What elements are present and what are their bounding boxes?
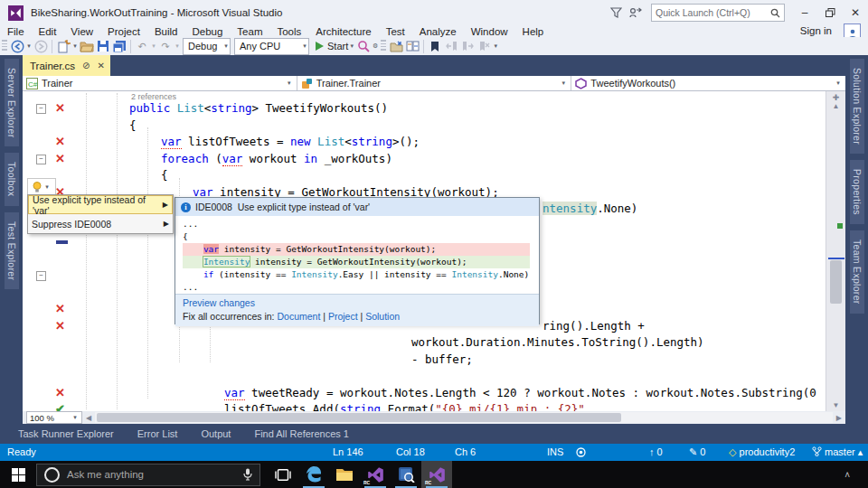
taskbar-helpviewer-button[interactable] xyxy=(391,461,421,488)
taskbar-explorer-button[interactable] xyxy=(329,461,360,488)
menu-test[interactable]: Test xyxy=(379,26,412,37)
navigate-back-icon[interactable] xyxy=(9,39,25,54)
toggle-bookmark-icon[interactable] xyxy=(427,39,443,54)
taskbar-vs-active-button[interactable]: RC xyxy=(421,461,452,488)
scroll-up-icon[interactable]: ▲ xyxy=(826,102,845,110)
quick-launch-input[interactable]: Quick Launch (Ctrl+Q) xyxy=(651,4,785,22)
quickfix-item[interactable]: Use explicit type instead of 'var'▶ xyxy=(28,195,173,214)
scrollbar-splitter-icon[interactable]: ✚ xyxy=(826,93,845,102)
toolbar-grip-2[interactable] xyxy=(381,40,386,52)
toolbar-grip[interactable] xyxy=(2,40,7,52)
undo-dropdown-icon[interactable]: ▾ xyxy=(150,42,157,50)
save-all-icon[interactable] xyxy=(111,39,127,54)
menu-analyze[interactable]: Analyze xyxy=(412,26,464,37)
taskbar-edge-button[interactable] xyxy=(298,461,329,488)
close-button[interactable]: ✕ xyxy=(843,3,868,23)
side-tab-test-explorer[interactable]: Test Explorer xyxy=(5,212,19,289)
new-project-dropdown-icon[interactable]: ▾ xyxy=(71,42,79,50)
side-tab-team-explorer[interactable]: Team Explorer xyxy=(850,230,864,314)
new-project-icon[interactable] xyxy=(55,39,71,54)
outline-collapse-icon[interactable]: − xyxy=(36,155,46,164)
info-icon: i xyxy=(181,202,191,212)
side-tab-properties[interactable]: Properties xyxy=(850,160,864,224)
solution-platform-select[interactable]: Any CPU▾ xyxy=(234,38,309,55)
close-tab-icon[interactable]: ✕ xyxy=(97,61,104,70)
pin-tab-icon[interactable]: ⊘ xyxy=(82,61,90,70)
solution-config-select[interactable]: Debug▾ xyxy=(183,38,231,55)
save-icon[interactable] xyxy=(95,39,111,54)
panel-tab-error-list[interactable]: Error List xyxy=(137,428,178,439)
zoom-select[interactable]: 100 %▾ xyxy=(26,411,82,424)
clear-bookmarks-icon[interactable] xyxy=(476,39,492,54)
menu-architecture[interactable]: Architecture xyxy=(308,26,378,37)
find-in-files-icon[interactable] xyxy=(355,39,372,54)
outline-collapse-icon[interactable]: − xyxy=(36,104,46,114)
code-editor[interactable]: 2 referencespublic List<string> Tweetify… xyxy=(23,91,845,411)
side-tab-server-explorer[interactable]: Server Explorer xyxy=(5,59,19,146)
horizontal-scroll-thumb[interactable] xyxy=(97,413,621,422)
show-hidden-icons-chevron[interactable]: ˄ xyxy=(844,461,850,488)
start-button[interactable] xyxy=(0,461,36,488)
vertical-scrollbar[interactable]: ✚ ▲ ▼ xyxy=(826,91,845,411)
fix-all-scope-project[interactable]: Project xyxy=(328,311,358,322)
preview-changes-link[interactable]: Preview changes xyxy=(183,297,532,308)
open-file-icon[interactable] xyxy=(79,39,95,54)
menu-debug[interactable]: Debug xyxy=(184,26,230,37)
restore-button[interactable] xyxy=(817,3,843,23)
outline-collapse-icon[interactable]: − xyxy=(36,271,46,281)
incoming-commits-icon[interactable]: ↑ 0 xyxy=(649,446,663,457)
menu-tools[interactable]: Tools xyxy=(269,26,308,37)
taskbar-vs-button[interactable]: RC xyxy=(360,461,391,488)
menu-edit[interactable]: Edit xyxy=(32,26,64,37)
start-button-label[interactable]: Start xyxy=(327,41,348,52)
next-bookmark-icon[interactable] xyxy=(459,39,476,54)
fix-all-scope-solution[interactable]: Solution xyxy=(365,311,400,322)
menu-window[interactable]: Window xyxy=(464,26,515,37)
panel-tab-task-runner-explorer[interactable]: Task Runner Explorer xyxy=(18,428,114,439)
undo-icon[interactable]: ↶ xyxy=(134,39,150,54)
fix-all-scope-document[interactable]: Document xyxy=(277,311,320,322)
menu-team[interactable]: Team xyxy=(230,26,269,37)
menu-help[interactable]: Help xyxy=(515,26,552,37)
send-feedback-icon[interactable] xyxy=(626,4,646,22)
member-dropdown[interactable]: TweetifyWorkouts() ▾ xyxy=(571,76,845,90)
bookmark-overflow-icon[interactable]: ▾ xyxy=(492,42,499,50)
navigate-forward-icon[interactable] xyxy=(33,39,49,54)
branch-indicator[interactable]: master ▴ xyxy=(812,446,863,458)
start-dropdown-icon[interactable]: ▾ xyxy=(348,42,355,50)
redo-dropdown-icon[interactable]: ▾ xyxy=(174,42,181,50)
navigate-back-dropdown-icon[interactable]: ▾ xyxy=(25,42,33,50)
feedback-filter-icon[interactable] xyxy=(606,4,626,22)
hscroll-right-icon[interactable]: ▶ xyxy=(833,414,845,422)
menu-file[interactable]: File xyxy=(0,26,32,37)
project-dropdown[interactable]: C# Trainer ▾ xyxy=(23,76,297,90)
tab-trainer-cs[interactable]: Trainer.cs ⊘ ✕ xyxy=(23,55,110,76)
microphone-icon[interactable] xyxy=(243,468,252,481)
toolbar-overflow-icon[interactable]: ⚙︎ xyxy=(372,42,379,50)
side-tab-solution-explorer[interactable]: Solution Explorer xyxy=(850,59,864,154)
add-to-source-control-icon[interactable] xyxy=(388,39,404,54)
record-icon[interactable] xyxy=(576,447,586,459)
minimize-button[interactable]: – xyxy=(792,3,817,23)
panel-tab-output[interactable]: Output xyxy=(201,428,231,439)
menu-project[interactable]: Project xyxy=(100,26,147,37)
vertical-scroll-thumb[interactable] xyxy=(830,260,842,304)
scroll-down-icon[interactable]: ▼ xyxy=(826,401,845,409)
type-dropdown[interactable]: Trainer.Trainer ▾ xyxy=(297,76,572,90)
panel-tab-find-all-references-1[interactable]: Find All References 1 xyxy=(254,428,349,439)
repo-indicator[interactable]: ◇ productivity2 xyxy=(729,446,795,458)
side-tab-toolbox[interactable]: Toolbox xyxy=(5,153,19,205)
menu-view[interactable]: View xyxy=(63,26,100,37)
redo-icon[interactable]: ↷ xyxy=(157,39,174,54)
sign-in-link[interactable]: Sign in xyxy=(800,25,832,36)
menu-build[interactable]: Build xyxy=(147,26,185,37)
task-view-button[interactable] xyxy=(268,461,298,488)
quickfix-item[interactable]: Suppress IDE0008▶ xyxy=(28,214,173,233)
hscroll-left-icon[interactable]: ◀ xyxy=(82,414,95,422)
start-debug-icon[interactable] xyxy=(311,39,327,54)
pending-edits-icon[interactable]: ✎ 0 xyxy=(689,446,705,458)
cortana-search-input[interactable]: Ask me anything xyxy=(36,464,260,486)
prev-bookmark-icon[interactable] xyxy=(443,39,459,54)
horizontal-scrollbar[interactable] xyxy=(95,412,833,423)
compare-files-icon[interactable] xyxy=(404,39,420,54)
